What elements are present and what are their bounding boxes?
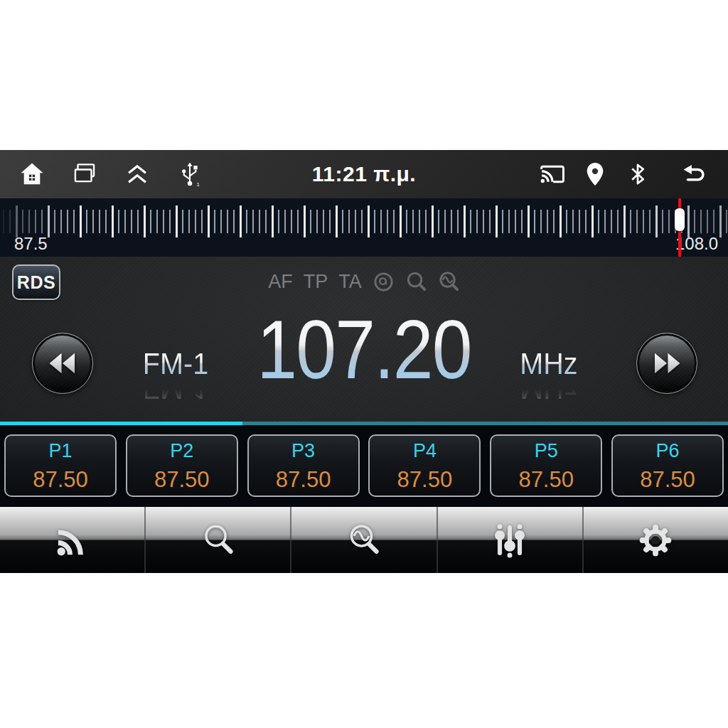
equalizer-icon — [490, 520, 530, 560]
collapse-up-icon[interactable] — [124, 161, 151, 188]
usb-count-badge: 1 — [197, 181, 200, 188]
preset-button-5[interactable]: P5 87.50 — [490, 434, 602, 497]
scan-button[interactable] — [290, 507, 436, 573]
back-icon[interactable] — [681, 161, 708, 188]
preset-button-4[interactable]: P4 87.50 — [368, 434, 481, 497]
preset-label: P5 — [535, 440, 558, 462]
frequency-display: 107.20 — [43, 309, 684, 391]
frequency-unit: MHz — [506, 346, 592, 381]
main-panel: RDS AF TP TA — [0, 257, 728, 422]
scan-icon — [344, 520, 384, 560]
preset-button-2[interactable]: P2 87.50 — [126, 434, 238, 497]
scale-edge-fade — [0, 198, 728, 257]
usb-icon: 1 — [176, 161, 203, 188]
preset-frequency: 87.50 — [154, 467, 210, 493]
equalizer-button[interactable] — [437, 507, 582, 573]
scan-wave-icon — [438, 271, 460, 293]
seek-search-icon — [405, 271, 427, 293]
search-button[interactable] — [144, 507, 290, 573]
preset-label: P2 — [170, 440, 193, 462]
broadcast-button[interactable] — [0, 507, 144, 573]
band-label: FM-1 — [133, 346, 218, 381]
preset-button-6[interactable]: P6 87.50 — [611, 434, 724, 497]
settings-icon — [636, 520, 675, 560]
ta-flag: TA — [338, 271, 362, 293]
recents-icon[interactable] — [71, 161, 98, 188]
preset-button-3[interactable]: P3 87.50 — [247, 434, 360, 497]
frequency-value: 107.20 — [257, 304, 471, 396]
status-bar-right — [539, 161, 728, 188]
preset-label: P6 — [655, 440, 679, 462]
af-flag: AF — [268, 271, 293, 293]
scale-min-label: 87.5 — [14, 234, 48, 254]
preset-frequency: 87.50 — [397, 467, 453, 493]
preset-frequency: 87.50 — [33, 467, 88, 493]
scale-max-label: 108.0 — [675, 234, 718, 254]
tuner-scale[interactable]: 87.5 108.0 — [0, 198, 728, 257]
home-icon[interactable] — [18, 161, 46, 188]
preset-label: P4 — [413, 440, 437, 462]
radio-app-screen: 1 11:21 π.μ. — [0, 150, 728, 572]
preset-frequency: 87.50 — [276, 467, 331, 493]
bluetooth-icon — [624, 161, 651, 188]
preset-button-1[interactable]: P1 87.50 — [4, 434, 117, 497]
location-icon — [582, 161, 609, 188]
search-icon — [198, 520, 238, 560]
radio-flags: AF TP TA — [0, 271, 728, 293]
status-bar: 1 11:21 π.μ. — [0, 150, 728, 199]
broadcast-icon — [53, 520, 92, 560]
status-bar-left: 1 — [0, 161, 203, 188]
seek-down-button[interactable] — [32, 333, 93, 394]
preset-label: P3 — [291, 440, 315, 462]
tp-flag: TP — [304, 271, 328, 293]
pty-circle-icon — [373, 271, 395, 293]
bottom-toolbar — [0, 506, 728, 573]
preset-row: P1 87.50 P2 87.50 P3 87.50 P4 87.50 P5 8… — [0, 425, 728, 506]
preset-frequency: 87.50 — [640, 467, 695, 493]
seek-up-button[interactable] — [636, 333, 697, 394]
cast-icon — [539, 161, 566, 188]
rds-badge: RDS — [12, 264, 60, 300]
preset-label: P1 — [48, 440, 72, 462]
preset-frequency: 87.50 — [518, 467, 574, 493]
frequency-indicator-knob[interactable] — [675, 208, 685, 231]
settings-button[interactable] — [582, 507, 728, 573]
